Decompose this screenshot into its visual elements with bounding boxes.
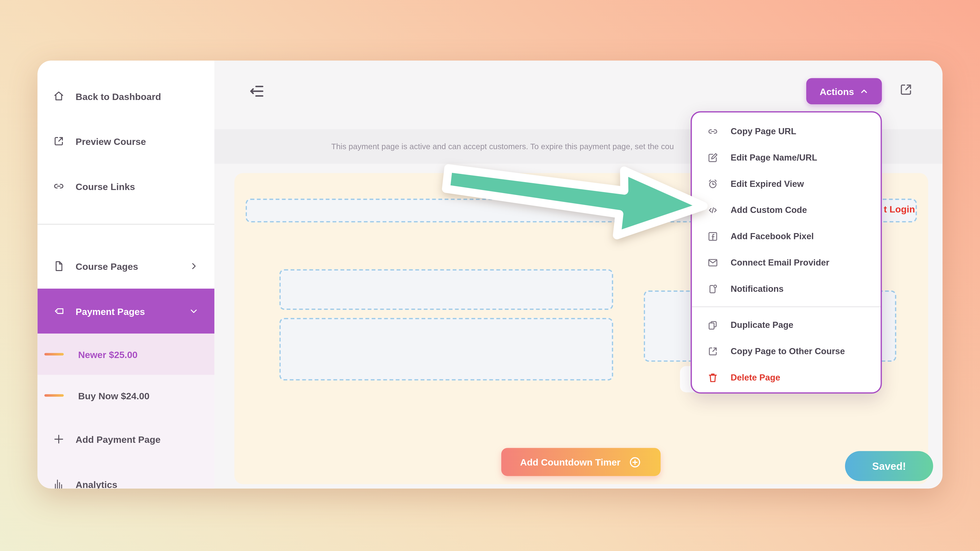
home-icon — [52, 90, 65, 103]
chevron-right-icon — [189, 262, 198, 270]
payment-pages-sublist: Newer $25.00 Buy Now $24.00 Add Payment … — [37, 333, 215, 488]
sidebar-item-course-pages[interactable]: Course Pages — [37, 243, 215, 288]
menu-item-connect-email-provider[interactable]: Connect Email Provider — [692, 249, 881, 275]
edit-icon — [707, 151, 719, 163]
background: Back to Dashboard Preview Course Course … — [0, 0, 980, 551]
sidebar-item-label: Preview Course — [76, 136, 146, 146]
plus-circle-icon — [628, 455, 642, 469]
plus-icon — [52, 433, 65, 445]
actions-button[interactable]: Actions — [806, 78, 882, 104]
main-area: Actions This payment page is active and … — [215, 60, 943, 488]
saved-toast-label: Saved! — [872, 460, 906, 472]
annotation-arrow — [436, 152, 714, 248]
sidebar-item-back-to-dashboard[interactable]: Back to Dashboard — [37, 74, 215, 119]
external-link-icon — [707, 345, 719, 357]
file-icon — [52, 260, 65, 272]
sidebar-item-label: Back to Dashboard — [76, 91, 161, 102]
actions-dropdown-menu: Copy Page URL Edit Page Name/URL Edit Ex… — [690, 111, 882, 394]
menu-item-notifications[interactable]: Notifications — [692, 275, 881, 302]
open-external-icon[interactable] — [898, 82, 914, 97]
menu-item-add-custom-code[interactable]: Add Custom Code — [692, 197, 881, 223]
chevron-down-icon — [189, 307, 198, 316]
menu-item-edit-expired-view[interactable]: Edit Expired View — [692, 170, 881, 197]
menu-item-delete-page[interactable]: Delete Page — [692, 364, 881, 391]
external-link-icon — [52, 135, 65, 148]
sidebar-subitem-buy-now[interactable]: Buy Now $24.00 — [37, 375, 215, 416]
menu-item-duplicate-page[interactable]: Duplicate Page — [692, 312, 881, 338]
sidebar-subitem-label: Newer $25.00 — [78, 349, 137, 360]
page-line-icon — [45, 353, 64, 356]
app-window: Back to Dashboard Preview Course Course … — [37, 60, 942, 488]
sidebar-item-label: Add Payment Page — [76, 434, 161, 445]
link-icon — [52, 180, 65, 192]
tag-icon — [52, 305, 65, 317]
student-login-link[interactable]: t Login — [884, 203, 915, 214]
menu-item-edit-page-name-url[interactable]: Edit Page Name/URL — [692, 144, 881, 170]
sidebar-item-course-links[interactable]: Course Links — [37, 164, 215, 209]
text-block[interactable] — [280, 318, 613, 381]
menu-divider — [692, 306, 881, 308]
sidebar-subitem-label: Buy Now $24.00 — [78, 390, 150, 401]
sidebar-item-label: Payment Pages — [76, 306, 145, 316]
chevron-up-icon — [859, 87, 869, 96]
menu-item-copy-page-to-other-course[interactable]: Copy Page to Other Course — [692, 338, 881, 364]
sidebar-item-label: Course Links — [76, 181, 135, 192]
menu-item-copy-page-url[interactable]: Copy Page URL — [692, 118, 881, 144]
notifications-icon — [707, 283, 719, 295]
add-countdown-timer-button[interactable]: Add Countdown Timer — [501, 448, 661, 476]
sidebar: Back to Dashboard Preview Course Course … — [37, 60, 215, 488]
duplicate-icon — [707, 319, 719, 330]
sidebar-item-payment-pages[interactable]: Payment Pages — [37, 289, 215, 333]
sidebar-subitem-newer[interactable]: Newer $25.00 — [37, 333, 215, 375]
sidebar-item-label: Analytics — [76, 479, 117, 489]
email-icon — [707, 256, 719, 268]
text-block[interactable] — [280, 269, 613, 310]
sidebar-item-label: Course Pages — [76, 261, 138, 272]
page-line-icon — [45, 394, 64, 397]
menu-item-add-facebook-pixel[interactable]: Add Facebook Pixel — [692, 223, 881, 249]
saved-toast: Saved! — [845, 451, 933, 481]
status-banner-text: This payment page is active and can acce… — [331, 142, 674, 151]
sidebar-item-analytics[interactable]: Analytics — [37, 464, 215, 488]
link-icon — [707, 125, 719, 137]
bar-chart-icon — [52, 478, 65, 489]
sidebar-item-preview-course[interactable]: Preview Course — [37, 119, 215, 164]
actions-button-label: Actions — [819, 86, 854, 97]
trash-icon — [707, 372, 719, 383]
sidebar-divider — [37, 224, 215, 225]
add-countdown-timer-label: Add Countdown Timer — [520, 457, 620, 467]
sidebar-item-add-payment-page[interactable]: Add Payment Page — [37, 419, 215, 460]
collapse-sidebar-icon[interactable] — [249, 83, 266, 100]
